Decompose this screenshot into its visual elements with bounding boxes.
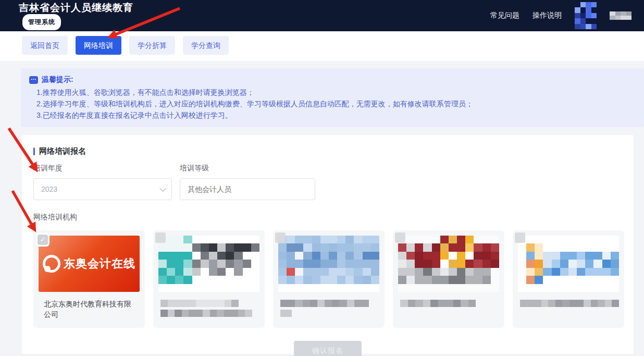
notice-title-row: ··· 温馨提示: bbox=[29, 75, 636, 84]
blurred-text-bar bbox=[280, 310, 292, 317]
unselected-checkbox[interactable] bbox=[515, 232, 525, 243]
institution-card[interactable] bbox=[273, 230, 385, 328]
dongao-logo-text: 东奥会计在线 bbox=[64, 256, 135, 272]
training-year-value: 2023 bbox=[41, 185, 57, 193]
training-year-field: 培训年度 2023 bbox=[33, 164, 172, 200]
confirm-registration-button[interactable]: 确认报名 bbox=[294, 341, 362, 356]
app-title: 吉林省会计人员继续教育管理系统 bbox=[19, 1, 139, 30]
training-level-input[interactable] bbox=[180, 178, 315, 200]
notice-box: ··· 温馨提示: 1.推荐使用火狐、谷歌浏览器，有不能点击和选择时请更换浏览器… bbox=[21, 68, 644, 127]
tab-网络培训[interactable]: 网络培训 bbox=[76, 36, 121, 55]
training-level-field: 培训等级 bbox=[180, 164, 315, 200]
notice-line: 1.推荐使用火狐、谷歌浏览器，有不能点击和选择时请更换浏览器； bbox=[36, 87, 636, 98]
tab-返回首页[interactable]: 返回首页 bbox=[22, 36, 68, 55]
institutions-label: 网络培训机构 bbox=[33, 213, 622, 222]
institution-name: 北京东奥时代教育科技有限公司 bbox=[33, 299, 145, 320]
institution-card[interactable] bbox=[153, 230, 265, 328]
institution-card[interactable]: 东奥会计在线✓北京东奥时代教育科技有限公司 bbox=[33, 230, 145, 328]
header-link[interactable]: 常见问题 bbox=[490, 11, 519, 20]
app-title-text: 吉林省会计人员继续教育 bbox=[19, 2, 133, 13]
institution-card[interactable] bbox=[513, 230, 624, 328]
selected-checkbox[interactable]: ✓ bbox=[36, 233, 49, 247]
confirm-row: 确认报名 bbox=[33, 341, 622, 356]
header-links: 常见问题操作说明 bbox=[490, 11, 562, 20]
dongao-ring-icon bbox=[43, 255, 60, 273]
app-header: 吉林省会计人员继续教育管理系统 常见问题操作说明 bbox=[0, 0, 644, 31]
checkmark-icon: ✓ bbox=[38, 235, 48, 245]
blurred-institution-name bbox=[273, 300, 385, 317]
unselected-checkbox[interactable] bbox=[155, 232, 166, 243]
tab-bar: 返回首页网络培训学分折算学分查询 bbox=[0, 31, 644, 61]
registration-panel: 网络培训报名 培训年度 2023 培训等级 网络培训机构 东奥会计在线✓北京东奥… bbox=[22, 135, 634, 354]
tab-学分查询[interactable]: 学分查询 bbox=[183, 36, 229, 55]
message-dots-icon: ··· bbox=[29, 76, 38, 84]
blurred-institution-name bbox=[393, 300, 504, 307]
username-blurred bbox=[610, 11, 631, 20]
chevron-down-icon bbox=[159, 185, 166, 192]
training-level-label: 培训等级 bbox=[180, 164, 315, 173]
form-row: 培训年度 2023 培训等级 bbox=[33, 164, 622, 200]
unselected-checkbox[interactable] bbox=[395, 232, 405, 243]
app-title-badge: 管理系统 bbox=[22, 14, 61, 30]
section-title-row: 网络培训报名 bbox=[33, 146, 622, 156]
training-year-label: 培训年度 bbox=[33, 164, 172, 173]
blurred-text-bar bbox=[160, 310, 252, 317]
tab-学分折算[interactable]: 学分折算 bbox=[129, 36, 175, 55]
header-link[interactable]: 操作说明 bbox=[532, 11, 562, 20]
blurred-institution-name bbox=[153, 300, 265, 317]
blurred-institution-name bbox=[513, 300, 624, 307]
institution-card[interactable] bbox=[393, 230, 504, 328]
blurred-text-bar bbox=[520, 300, 619, 307]
notice-lines: 1.推荐使用火狐、谷歌浏览器，有不能点击和选择时请更换浏览器；2.选择学习年度、… bbox=[29, 87, 636, 121]
notice-title: 温馨提示: bbox=[42, 75, 73, 84]
notice-line: 3.已经报名的年度直接在报名记录中点击计入网校进行学习。 bbox=[36, 109, 636, 121]
header-right: 常见问题操作说明 bbox=[490, 2, 631, 29]
avatar[interactable] bbox=[575, 2, 597, 29]
blurred-institution-logo bbox=[398, 236, 499, 292]
blurred-text-bar bbox=[280, 300, 369, 307]
section-title-bar bbox=[33, 148, 35, 155]
unselected-checkbox[interactable] bbox=[275, 232, 286, 243]
dongao-logo: 东奥会计在线 bbox=[39, 236, 140, 292]
section-title: 网络培训报名 bbox=[39, 146, 86, 156]
blurred-institution-logo bbox=[278, 236, 379, 292]
training-year-select[interactable]: 2023 bbox=[33, 178, 172, 200]
blurred-institution-logo bbox=[158, 236, 259, 292]
blurred-institution-logo bbox=[518, 236, 619, 292]
blurred-text-bar bbox=[160, 300, 239, 307]
notice-line: 2.选择学习年度、等级和培训机构后，进入对应的培训机构缴费、学习等级根据人员信息… bbox=[36, 98, 636, 109]
blurred-text-bar bbox=[400, 300, 476, 307]
institution-cards: 东奥会计在线✓北京东奥时代教育科技有限公司 bbox=[33, 230, 622, 328]
page: 吉林省会计人员继续教育管理系统 常见问题操作说明 返回首页网络培训学分折算学分查… bbox=[0, 0, 644, 356]
